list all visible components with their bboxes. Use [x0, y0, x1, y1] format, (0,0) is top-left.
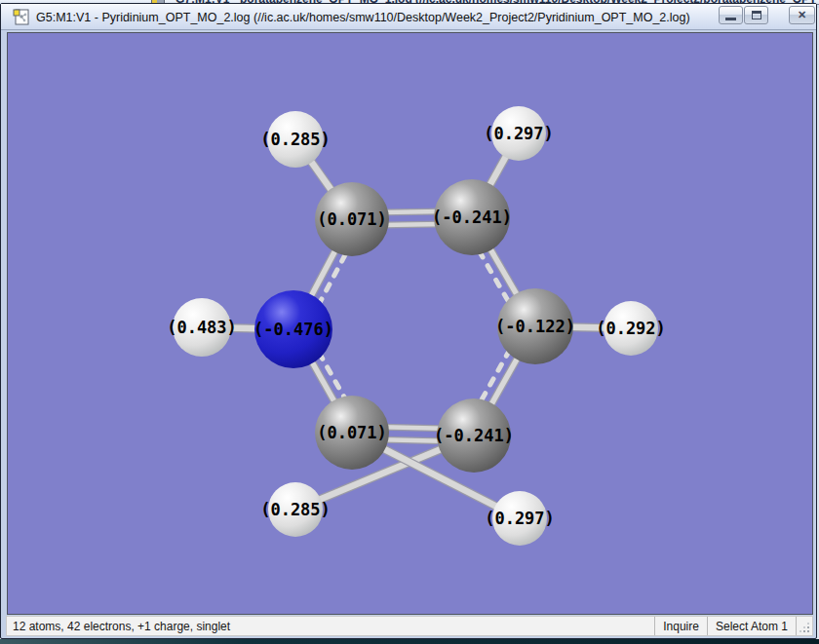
charge-label-H5: (0.285) [260, 500, 331, 519]
charge-label-C3: (-0.241) [432, 208, 512, 227]
charge-label-C5: (-0.241) [434, 426, 514, 445]
charge-label-H1: (0.483) [167, 318, 237, 337]
charge-label-C2: (0.071) [317, 209, 387, 229]
pyridinium-molecule-view[interactable]: (-0.476)(0.071)(-0.241)(-0.122)(-0.241)(… [8, 33, 812, 614]
status-select-atom: Select Atom 1 [707, 617, 796, 635]
resize-grip[interactable] [796, 617, 812, 635]
charge-label-H3: (0.297) [484, 124, 554, 143]
titlebar[interactable]: G5:M1:V1 - Pyridinium_OPT_MO_2.log (//ic… [1, 4, 816, 30]
charge-label-C4: (-0.122) [495, 317, 575, 336]
charge-label-H2: (0.285) [260, 130, 331, 149]
gaussview-document-icon[interactable] [13, 9, 29, 25]
minimize-icon [725, 18, 736, 20]
molecule-viewport[interactable]: (-0.476)(0.071)(-0.241)(-0.122)(-0.241)(… [7, 32, 813, 615]
maximize-icon [752, 11, 761, 19]
molecule-summary: 12 atoms, 42 electrons, +1 charge, singl… [7, 620, 654, 633]
charge-label-H6: (0.297) [485, 509, 555, 528]
gaussview-window: G5:M1:V1 - Pyridinium_OPT_MO_2.log (//ic… [0, 3, 817, 639]
close-button[interactable]: ✕ [789, 6, 815, 24]
status-mode-inquire: Inquire [654, 617, 707, 635]
charge-label-N1: (-0.476) [254, 320, 333, 339]
charge-label-C6: (0.071) [317, 423, 387, 442]
window-title: G5:M1:V1 - Pyridinium_OPT_MO_2.log (//ic… [36, 10, 690, 24]
charge-label-H4: (0.292) [596, 319, 666, 338]
close-icon: ✕ [798, 9, 806, 21]
maximize-button[interactable] [744, 6, 768, 24]
background-window-bottom-edge [0, 639, 819, 644]
status-bar: 12 atoms, 42 electrons, +1 charge, singl… [6, 616, 813, 636]
minimize-button[interactable] [719, 6, 743, 24]
